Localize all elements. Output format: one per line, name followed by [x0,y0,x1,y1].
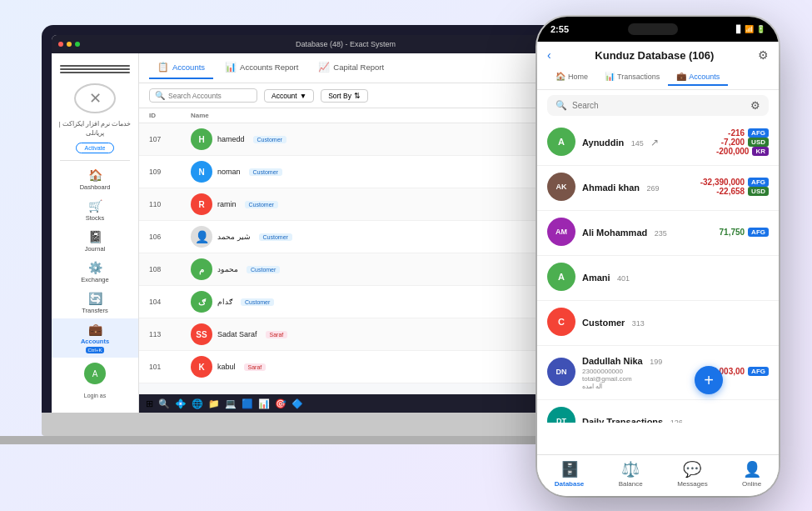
avatar: A [547,263,575,291]
tab-accounts-report[interactable]: 📊 Accounts Report [217,57,306,79]
account-name: kabul [217,363,236,371]
maximize-button[interactable] [75,42,80,47]
list-item[interactable]: AK Ahmadi khan 269 -32,390,000 AFG -22,6… [537,166,779,211]
phone-header-top: ‹ Kunduz Database (106) ⚙ [547,48,769,62]
bottom-nav-messages[interactable]: 💬 Messages [677,460,707,488]
phone-settings-icon[interactable]: ⚙ [758,48,769,62]
list-item[interactable]: A Amani 401 [537,256,779,301]
capital-report-label: Capital Report [333,63,384,72]
phone-search-input[interactable] [572,101,745,110]
explorer-icon[interactable]: 📁 [208,398,220,409]
item-id: 313 [632,319,645,328]
avatar: DT [547,407,575,423]
avatar: 👤 [191,226,212,248]
phone-db-title: Kunduz Database (106) [595,49,714,62]
bottom-nav-database[interactable]: 🗄️ Database [555,460,585,488]
sort-by-button[interactable]: Sort By ⇅ [321,89,368,103]
amount-value: -32,390,000 [700,178,745,187]
phone-time: 2:55 [550,24,569,34]
company-name: خدمات نرم افزار ایکزاکت | پریانلی [52,118,138,139]
phone-accounts-list: A Aynuddin 145 ↗ -216 AFG -7,200 USD [537,121,779,423]
item-name: Dadullah Nika [582,356,643,366]
amount-row: -200,000 KR [679,147,769,156]
amount-row: -7,200 USD [679,138,769,147]
avatar: AM [547,218,575,246]
sidebar-item-dashboard[interactable]: 🏠 Dashboard [52,164,138,195]
item-top: A Amani 401 [547,263,769,291]
item-name: Ahmadi khan [582,183,640,193]
signal-icon: ▊ [736,25,742,33]
search-taskbar-icon[interactable]: 🔍 [158,398,170,409]
home-tab-icon: 🏠 [555,72,565,81]
hamburger-menu[interactable] [52,60,138,78]
currency-badge: AFG [748,128,769,138]
minimize-button[interactable] [67,42,72,47]
amount-value: 71,750 [720,228,745,237]
search-box[interactable]: 🔍 [149,88,257,103]
sidebar-item-exchange[interactable]: ⚙️ Exchange [52,257,138,288]
list-item[interactable]: DN Dadullah Nika 199 23000000000 total@g… [537,346,779,400]
bottom-nav-online[interactable]: 👤 Online [742,460,761,488]
avatar: DN [547,358,575,386]
amount-row: -32,390,000 AFG [679,178,769,187]
activate-button[interactable]: Activate [76,143,115,153]
account-tag: Saraf [244,363,267,371]
list-item[interactable]: A Aynuddin 145 ↗ -216 AFG -7,200 USD [537,121,779,166]
app-icon-4[interactable]: 🎯 [275,398,286,409]
item-amounts: 71,750 AFG [679,228,769,237]
close-button[interactable] [58,42,63,47]
app-icon-5[interactable]: 🔷 [291,398,303,409]
item-info: Amani 401 [582,269,769,284]
list-item[interactable]: DT Daily Transactions 126 [537,400,779,423]
accounts-icon: 💼 [88,323,102,336]
app-titlebar: Database (48) - Exact System [52,35,615,53]
accounts-tab-label: Accounts [172,63,205,72]
phone-tab-home[interactable]: 🏠 Home [547,68,596,86]
edge-icon[interactable]: 🌐 [192,398,203,409]
item-note: آله امده [582,383,672,390]
account-tag: Customer [249,168,282,176]
item-amounts: -216 AFG -7,200 USD -200,000 KR [679,128,769,156]
taskview-icon[interactable]: 💠 [175,398,187,409]
dashboard-icon: 🏠 [88,168,102,182]
list-item[interactable]: AM Ali Mohammad 235 71,750 AFG [537,211,779,256]
sidebar-item-accounts[interactable]: 💼 Accounts Ctrl+K [52,318,138,358]
sidebar-item-exchange-label: Exchange [81,276,108,283]
laptop-screen: Database (48) - Exact System ✕ خدمات نرم… [52,35,615,413]
currency-badge: USD [748,187,769,196]
phone-header: ‹ Kunduz Database (106) ⚙ 🏠 Home 📊 Trans… [537,42,779,90]
list-item[interactable]: C Customer 313 [537,301,779,346]
phone-search-bar: 🔍 ⚙ [547,95,769,116]
sidebar-item-stocks[interactable]: 🛒 Stocks [52,195,138,226]
amount-value: -216 [728,128,745,138]
tab-capital-report[interactable]: 📈 Capital Report [310,57,392,79]
item-top: AM Ali Mohammad 235 71,750 AFG [547,218,769,246]
accounts-phone-tab-icon: 💼 [676,72,686,81]
online-bottom-icon: 👤 [743,460,761,478]
app-icon-3[interactable]: 📊 [258,398,270,409]
app-icon-2[interactable]: 🟦 [242,398,253,409]
messages-bottom-icon: 💬 [683,460,701,478]
phone-tab-transactions[interactable]: 📊 Transactions [596,68,668,86]
bottom-nav-balance[interactable]: ⚖️ Balance [619,460,643,488]
app-icon-1[interactable]: 💻 [225,398,237,409]
search-input[interactable] [168,92,252,100]
item-info: Ali Mohammad 235 [582,224,672,239]
phone-filter-icon[interactable]: ⚙ [750,99,760,112]
sidebar-item-transfers[interactable]: 🔄 Transfers [52,288,138,318]
back-button[interactable]: ‹ [547,48,551,62]
amount-value: -22,658 [716,187,745,196]
row-id: 110 [149,200,191,208]
avatar: SS [191,323,212,345]
item-name: Ali Mohammad [582,228,647,238]
hamburger-line-3 [60,72,130,73]
account-name: Sadat Saraf [217,330,257,338]
company-logo: ✕ [74,83,116,113]
windows-start-icon[interactable]: ⊞ [146,398,153,409]
account-filter-button[interactable]: Account ▼ [264,89,314,103]
tab-accounts[interactable]: 📋 Accounts [149,57,213,79]
phone-tab-accounts[interactable]: 💼 Accounts [668,68,728,86]
sidebar: ✕ خدمات نرم افزار ایکزاکت | پریانلی Acti… [52,53,139,413]
sidebar-item-journal[interactable]: 📓 Journal [52,226,138,257]
fab-add-button[interactable]: + [695,366,723,394]
